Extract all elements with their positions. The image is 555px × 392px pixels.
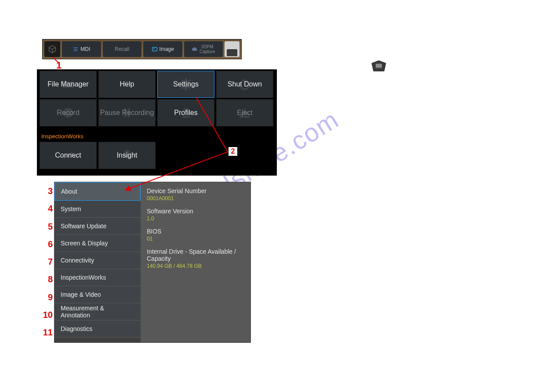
sidebar-item-system[interactable]: System bbox=[54, 201, 141, 218]
settings-content: Device Serial Number 0001A0001 Software … bbox=[141, 182, 250, 342]
connect-tile[interactable]: Connect bbox=[40, 142, 97, 169]
sidebar-item-label: InspectionWorks bbox=[61, 274, 106, 281]
annotation-11: 11 bbox=[40, 327, 53, 337]
recall-button[interactable]: Recall bbox=[103, 41, 142, 57]
about-serial-row: Device Serial Number 0001A0001 bbox=[147, 187, 244, 201]
sidebar-item-label: Measurement & Annotation bbox=[61, 305, 134, 319]
sidebar-item-inspectionworks[interactable]: InspectionWorks bbox=[54, 269, 141, 286]
software-version-value: 1.0 bbox=[147, 216, 244, 222]
annotation-1: 1 bbox=[56, 60, 62, 71]
sidebar-item-about[interactable]: About bbox=[54, 182, 141, 201]
pause-icon bbox=[99, 100, 155, 126]
annotation-2: 2 bbox=[228, 147, 238, 156]
drive-label: Internal Drive - Space Available / Capac… bbox=[147, 248, 244, 262]
annotation-6: 6 bbox=[40, 239, 53, 249]
software-version-label: Software Version bbox=[147, 208, 244, 215]
eject-tile[interactable]: Eject bbox=[216, 99, 273, 126]
sidebar-item-label: Diagnostics bbox=[61, 325, 92, 332]
help-tile[interactable]: ? Help bbox=[98, 71, 156, 98]
image-button[interactable]: Image bbox=[143, 41, 182, 57]
image-icon bbox=[152, 46, 158, 52]
home-button[interactable] bbox=[44, 41, 60, 57]
svg-rect-4 bbox=[152, 47, 157, 51]
sidebar-item-label: Image & Video bbox=[61, 291, 101, 298]
svg-rect-1 bbox=[376, 64, 382, 68]
gear-icon bbox=[158, 71, 214, 97]
list-icon bbox=[73, 46, 79, 52]
mdi-button[interactable]: MDI bbox=[62, 41, 101, 57]
bulb-icon bbox=[99, 142, 155, 169]
annotation-numbers-column: 3 4 5 6 7 8 9 10 11 bbox=[40, 186, 53, 337]
mdi-label: MDI bbox=[80, 46, 90, 52]
sidebar-item-screen-display[interactable]: Screen & Display bbox=[54, 235, 141, 252]
settings-panel: About System Software Update Screen & Di… bbox=[54, 182, 251, 343]
power-icon bbox=[217, 71, 273, 97]
cube-icon bbox=[47, 44, 57, 54]
about-software-row: Software Version 1.0 bbox=[147, 208, 244, 222]
tdpm-label: 3DPMCapture bbox=[200, 44, 215, 54]
annotation-10: 10 bbox=[40, 310, 53, 320]
pause-recording-tile[interactable]: Pause Recording bbox=[98, 99, 156, 126]
svg-rect-11 bbox=[124, 108, 127, 117]
annotation-7: 7 bbox=[40, 257, 53, 266]
shut-down-tile[interactable]: Shut Down bbox=[216, 71, 273, 98]
profile-icon bbox=[158, 100, 214, 126]
svg-point-7 bbox=[183, 81, 189, 87]
annotation-8: 8 bbox=[40, 274, 53, 284]
recall-label: Recall bbox=[115, 46, 129, 52]
eject-icon bbox=[217, 100, 273, 126]
question-icon: ? bbox=[99, 71, 155, 97]
annotation-9: 9 bbox=[40, 292, 53, 302]
sidebar-item-label: Connectivity bbox=[61, 257, 94, 264]
sidebar-item-image-video[interactable]: Image & Video bbox=[54, 286, 141, 303]
file-manager-tile[interactable]: File Manager bbox=[40, 71, 97, 98]
top-toolbar: MDI Recall Image 3DPMCapture bbox=[42, 39, 242, 59]
svg-point-10 bbox=[63, 108, 73, 118]
svg-marker-0 bbox=[372, 61, 386, 71]
image-label: Image bbox=[160, 46, 174, 52]
cloud-icon bbox=[192, 46, 198, 52]
settings-tile[interactable]: Settings bbox=[157, 71, 214, 98]
profiles-tile[interactable]: Profiles bbox=[157, 99, 214, 126]
toolbar-chip[interactable] bbox=[225, 41, 239, 57]
sidebar-item-connectivity[interactable]: Connectivity bbox=[54, 252, 141, 269]
serial-label: Device Serial Number bbox=[147, 187, 244, 194]
about-bios-row: BIOS 01 bbox=[147, 228, 244, 242]
link-icon bbox=[40, 142, 96, 169]
serial-value: 0001A0001 bbox=[147, 195, 244, 201]
sidebar-item-label: Software Update bbox=[61, 223, 106, 230]
svg-point-13 bbox=[183, 108, 188, 113]
main-menu-panel: File Manager ? Help Settings Shut Down R… bbox=[37, 69, 277, 176]
svg-marker-14 bbox=[240, 108, 250, 115]
inspectionworks-section-label: InspectionWorks bbox=[37, 126, 277, 140]
sidebar-item-label: System bbox=[61, 205, 81, 212]
svg-rect-15 bbox=[240, 116, 250, 118]
svg-text:?: ? bbox=[123, 79, 130, 91]
annotation-5: 5 bbox=[40, 222, 53, 231]
bios-value: 01 bbox=[147, 236, 244, 242]
about-drive-row: Internal Drive - Space Available / Capac… bbox=[147, 248, 244, 269]
record-circle-icon bbox=[40, 100, 96, 126]
annotation-3: 3 bbox=[40, 186, 53, 196]
tdpm-capture-button[interactable]: 3DPMCapture bbox=[184, 41, 223, 57]
folder-icon bbox=[40, 71, 96, 97]
insight-tile[interactable]: Insight bbox=[98, 142, 156, 169]
sidebar-item-label: About bbox=[61, 188, 77, 195]
sidebar-item-measurement[interactable]: Measurement & Annotation bbox=[54, 303, 141, 320]
annotation-4: 4 bbox=[40, 204, 53, 213]
svg-point-5 bbox=[153, 48, 154, 49]
svg-rect-12 bbox=[127, 108, 130, 117]
drive-value: 140.94 GB / 464.78 GB bbox=[147, 263, 244, 269]
bios-label: BIOS bbox=[147, 228, 244, 235]
decorative-cube-icon bbox=[370, 59, 388, 76]
record-tile[interactable]: Record bbox=[40, 99, 97, 126]
settings-sidebar: About System Software Update Screen & Di… bbox=[54, 182, 141, 342]
sidebar-item-label: Screen & Display bbox=[61, 240, 108, 247]
sidebar-item-software-update[interactable]: Software Update bbox=[54, 218, 141, 235]
sidebar-item-diagnostics[interactable]: Diagnostics bbox=[54, 320, 141, 338]
